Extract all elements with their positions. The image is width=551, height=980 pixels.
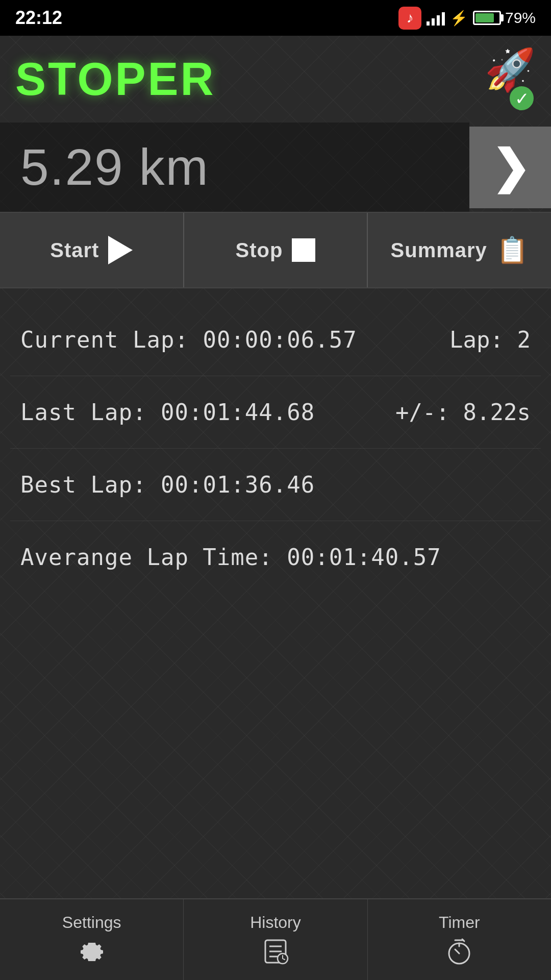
last-lap-row: Last Lap: 00:01:44.68 +/-: 8.22s	[10, 376, 541, 449]
start-button[interactable]: Start	[0, 213, 184, 287]
current-lap-text: Current Lap: 00:00:06.57	[20, 327, 357, 353]
signal-bars	[427, 10, 445, 26]
lightning-icon: ⚡	[450, 10, 468, 27]
summary-button[interactable]: Summary 📋	[368, 213, 551, 287]
avg-lap-text: Averange Lap Time: 00:01:40.57	[20, 544, 441, 570]
status-bar: 22:12 ♪ ⚡ 79%	[0, 0, 551, 36]
header-logo: 🚀 ✓	[469, 46, 536, 112]
nav-timer[interactable]: Timer	[368, 899, 551, 980]
music-icon: ♪	[398, 7, 421, 30]
timer-label: Timer	[439, 913, 480, 932]
best-lap-text: Best Lap: 00:01:36.46	[20, 472, 315, 498]
history-icon	[260, 936, 291, 967]
distance-row: 5.29 km ❯	[0, 122, 551, 212]
best-lap-row: Best Lap: 00:01:36.46	[10, 449, 541, 521]
chevron-right-icon: ❯	[491, 140, 530, 194]
timer-icon	[444, 936, 474, 967]
summary-icon: 📋	[496, 235, 529, 265]
summary-label: Summary	[391, 239, 487, 262]
distance-display: 5.29 km	[0, 122, 469, 212]
check-icon: ✓	[508, 84, 536, 112]
stop-icon	[292, 238, 315, 262]
battery-area: 79%	[473, 9, 536, 27]
app-title: STOPER	[15, 53, 215, 106]
start-label: Start	[50, 239, 99, 262]
controls: Start Stop Summary 📋	[0, 212, 551, 288]
settings-label: Settings	[62, 913, 121, 932]
last-lap-text: Last Lap: 00:01:44.68	[20, 399, 315, 425]
status-time: 22:12	[15, 7, 62, 29]
stats-area: Current Lap: 00:00:06.57 Lap: 2 Last Lap…	[0, 288, 551, 898]
stop-label: Stop	[236, 239, 283, 262]
nav-settings[interactable]: Settings	[0, 899, 184, 980]
history-label: History	[250, 913, 301, 932]
play-icon	[108, 236, 133, 264]
nav-history[interactable]: History	[184, 899, 367, 980]
avg-lap-row: Averange Lap Time: 00:01:40.57	[10, 521, 541, 593]
chevron-next-button[interactable]: ❯	[469, 127, 551, 208]
battery-icon	[473, 11, 501, 25]
status-icons: ♪ ⚡ 79%	[398, 7, 536, 30]
distance-value: 5.29 km	[20, 138, 209, 197]
battery-percent: 79%	[505, 9, 536, 27]
current-lap-row: Current Lap: 00:00:06.57 Lap: 2	[10, 304, 541, 376]
bottom-nav: Settings History Timer	[0, 898, 551, 980]
last-lap-diff: +/-: 8.22s	[395, 399, 531, 425]
header: STOPER 🚀 ✓	[0, 36, 551, 122]
lap-number: Lap: 2	[449, 327, 531, 353]
stop-button[interactable]: Stop	[184, 213, 368, 287]
gear-icon	[77, 936, 107, 967]
